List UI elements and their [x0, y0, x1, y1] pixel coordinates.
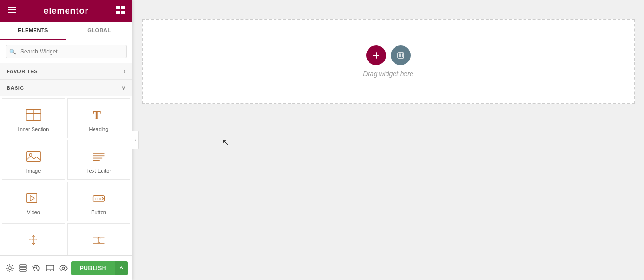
svg-rect-29: [20, 270, 26, 271]
sidebar: elementor ELEMENTS GLOBAL FAVORITES › BA…: [0, 0, 132, 280]
widget-text-editor[interactable]: Text Editor: [67, 140, 130, 180]
grid-icon[interactable]: [116, 6, 125, 16]
search-field-wrap: [6, 45, 127, 58]
svg-rect-17: [27, 193, 37, 203]
search-wrapper: [0, 40, 132, 63]
widget-grid: Inner Section T Heading Image: [0, 96, 132, 255]
widget-spacer[interactable]: [2, 223, 65, 255]
spacer-icon: [26, 232, 41, 247]
svg-rect-27: [20, 265, 26, 267]
publish-button-wrap: PUBLISH: [71, 261, 128, 275]
tab-global[interactable]: GLOBAL: [66, 22, 132, 40]
history-footer-icon[interactable]: [31, 261, 42, 276]
widget-inner-section[interactable]: Inner Section: [2, 98, 65, 138]
svg-rect-4: [121, 6, 125, 9]
svg-line-31: [36, 268, 37, 269]
svg-rect-3: [116, 6, 120, 9]
tab-elements[interactable]: ELEMENTS: [0, 22, 66, 40]
sidebar-header: elementor: [0, 0, 132, 22]
video-icon: [26, 191, 41, 206]
button-label: Button: [91, 210, 106, 215]
eye-footer-icon[interactable]: [58, 261, 69, 276]
widget-divider[interactable]: [67, 223, 130, 255]
svg-rect-1: [8, 9, 16, 10]
inner-section-label: Inner Section: [18, 126, 49, 132]
svg-rect-0: [8, 7, 16, 8]
svg-point-36: [62, 267, 64, 269]
inner-section-icon: [26, 107, 41, 122]
cursor-indicator: ↖: [222, 137, 229, 148]
divider-icon: [91, 232, 106, 247]
svg-text:T: T: [93, 109, 101, 122]
widget-settings-button[interactable]: [391, 45, 411, 65]
basic-label: BASIC: [7, 85, 24, 91]
image-icon: [26, 149, 41, 164]
svg-rect-6: [121, 11, 125, 14]
canvas-drop-zone[interactable]: Drag widget here: [142, 19, 635, 104]
basic-section-header[interactable]: BASIC ∨: [0, 80, 132, 96]
hamburger-icon[interactable]: [8, 7, 16, 15]
svg-rect-28: [20, 267, 26, 269]
settings-footer-icon[interactable]: [5, 261, 15, 276]
widget-button[interactable]: CLICK Button: [67, 182, 130, 221]
publish-arrow-button[interactable]: [115, 261, 128, 275]
favorites-chevron-icon: ›: [124, 68, 126, 75]
responsive-footer-icon[interactable]: [45, 261, 55, 276]
text-editor-label: Text Editor: [86, 168, 111, 174]
layers-footer-icon[interactable]: [18, 261, 28, 276]
svg-marker-18: [30, 196, 34, 201]
sidebar-footer: PUBLISH: [0, 255, 132, 280]
favorites-label: FAVORITES: [7, 69, 38, 74]
elementor-logo: elementor: [43, 6, 88, 16]
drag-widget-text: Drag widget here: [363, 70, 413, 78]
widget-heading[interactable]: T Heading: [67, 98, 130, 138]
basic-chevron-icon: ∨: [121, 85, 126, 91]
canvas-area: Drag widget here ↖: [132, 0, 644, 280]
sidebar-collapse-handle[interactable]: ‹: [132, 131, 139, 149]
sidebar-tabs: ELEMENTS GLOBAL: [0, 22, 132, 40]
video-label: Video: [27, 210, 40, 215]
favorites-section-header[interactable]: FAVORITES ›: [0, 63, 132, 80]
button-icon: CLICK: [91, 191, 106, 206]
svg-rect-11: [27, 151, 40, 161]
publish-button[interactable]: PUBLISH: [71, 261, 115, 275]
text-editor-icon: [91, 149, 106, 164]
search-input[interactable]: [6, 45, 127, 58]
widget-image[interactable]: Image: [2, 140, 65, 180]
image-label: Image: [26, 168, 41, 174]
add-widget-button[interactable]: [366, 45, 386, 65]
heading-label: Heading: [89, 126, 109, 132]
drag-widget-actions: [366, 45, 411, 65]
heading-icon: T: [91, 107, 106, 122]
svg-rect-5: [116, 11, 120, 14]
svg-point-26: [9, 267, 11, 270]
svg-rect-2: [8, 12, 16, 13]
widget-video[interactable]: Video: [2, 182, 65, 221]
